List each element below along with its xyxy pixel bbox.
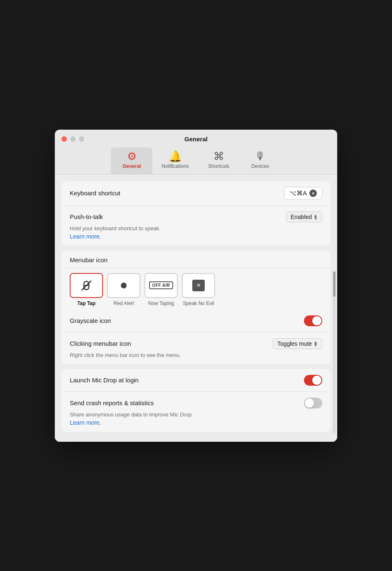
- push-to-talk-row: Push-to-talk Enabled ▲ ▼ Hold your keybo…: [61, 206, 331, 246]
- launch-card: Launch Mic Drop at login Send crash repo…: [61, 369, 331, 432]
- speak-no-evil-box[interactable]: ✕: [182, 273, 215, 298]
- shortcut-value: ⌥⌘A: [289, 190, 307, 197]
- red-alert-label: Red Alert: [113, 300, 134, 306]
- clicking-value: Toggles mute: [277, 340, 312, 347]
- launch-label: Launch Mic Drop at login: [70, 377, 139, 384]
- push-to-talk-learn-more[interactable]: Learn more.: [70, 233, 101, 240]
- keyboard-shortcut-label: Keyboard shortcut: [70, 190, 120, 197]
- tab-notifications-label: Notifications: [162, 163, 189, 169]
- clicking-arrows: ▲ ▼: [314, 341, 318, 347]
- tap-tap-label: Tap Tap: [77, 300, 96, 306]
- tab-shortcuts-label: Shortcuts: [208, 163, 229, 169]
- crash-reports-learn-more[interactable]: Learn more.: [70, 419, 101, 426]
- clicking-select[interactable]: Toggles mute ▲ ▼: [273, 338, 322, 349]
- speak-evil-icon: ✕: [192, 280, 205, 291]
- tab-bar: ⚙ General 🔔 Notifications ⌘ Shortcuts 🎙 …: [111, 148, 281, 174]
- off-air-badge: OFF AIR: [149, 281, 173, 289]
- keyboard-shortcut-row: Keyboard shortcut ⌥⌘A ×: [61, 181, 331, 206]
- launch-row: Launch Mic Drop at login: [61, 369, 331, 392]
- icon-options-row: Tap Tap Red Alert OFF AIR N: [61, 268, 331, 310]
- scrollbar-thumb: [333, 272, 336, 297]
- grayscale-toggle[interactable]: [304, 315, 322, 326]
- icon-option-tap-tap[interactable]: Tap Tap: [70, 273, 103, 306]
- tab-general[interactable]: ⚙ General: [111, 148, 152, 174]
- crash-reports-toggle[interactable]: [304, 398, 322, 409]
- launch-toggle[interactable]: [304, 375, 322, 386]
- push-to-talk-label: Push-to-talk: [70, 213, 103, 220]
- clicking-description: Right click the menu bar icon to see the…: [70, 352, 181, 358]
- gear-icon: ⚙: [127, 151, 137, 162]
- now-taping-label: Now Taping: [148, 300, 174, 306]
- window-title: General: [184, 135, 208, 143]
- grayscale-row: Grayscale icon: [61, 310, 331, 332]
- tab-devices-label: Devices: [251, 163, 269, 169]
- crash-reports-toggle-thumb: [305, 399, 314, 408]
- crash-reports-description: Share anonymous usage data to improve Mi…: [70, 411, 193, 418]
- menubar-card: Menubar icon Tap Tap: [61, 251, 331, 364]
- clicking-label: Clicking menubar icon: [70, 340, 131, 347]
- tap-tap-box[interactable]: [70, 273, 103, 298]
- crash-reports-label: Send crash reports & statistics: [70, 399, 154, 406]
- clicking-row: Clicking menubar icon Toggles mute ▲ ▼ R…: [61, 332, 331, 364]
- push-to-talk-select[interactable]: Enabled ▲ ▼: [286, 212, 322, 222]
- keyboard-card: Keyboard shortcut ⌥⌘A × Push-to-talk: [61, 181, 331, 246]
- tab-devices[interactable]: 🎙 Devices: [240, 148, 281, 174]
- push-to-talk-value: Enabled: [291, 214, 312, 220]
- shortcut-clear-button[interactable]: ×: [309, 190, 317, 197]
- menubar-section-title: Menubar icon: [61, 251, 331, 268]
- launch-toggle-thumb: [312, 376, 321, 385]
- main-content: Keyboard shortcut ⌥⌘A × Push-to-talk: [55, 175, 337, 442]
- tab-notifications[interactable]: 🔔 Notifications: [152, 148, 198, 174]
- icon-option-now-taping[interactable]: OFF AIR Now Taping: [145, 273, 178, 306]
- now-taping-box[interactable]: OFF AIR: [145, 273, 178, 298]
- minimize-button[interactable]: [70, 136, 76, 142]
- red-alert-box[interactable]: [107, 273, 140, 298]
- push-to-talk-arrows: ▲ ▼: [314, 214, 318, 220]
- icon-option-speak-no-evil[interactable]: ✕ Speak No Evil: [182, 273, 215, 306]
- close-button[interactable]: [61, 136, 67, 142]
- scrollbar-track[interactable]: [333, 270, 336, 433]
- crash-reports-row: Send crash reports & statistics Share an…: [61, 392, 331, 432]
- grayscale-label: Grayscale icon: [70, 317, 111, 324]
- push-to-talk-description: Hold your keyboard shortcut to speak.: [70, 225, 161, 231]
- maximize-button[interactable]: [79, 136, 84, 142]
- speak-no-evil-label: Speak No Evil: [183, 300, 214, 306]
- grayscale-toggle-thumb: [312, 316, 321, 325]
- bell-icon: 🔔: [169, 151, 182, 162]
- shortcut-badge[interactable]: ⌥⌘A ×: [284, 187, 322, 199]
- tab-shortcuts[interactable]: ⌘ Shortcuts: [198, 148, 240, 174]
- microphone-icon: 🎙: [255, 151, 266, 162]
- red-dot: [121, 283, 127, 288]
- command-icon: ⌘: [213, 151, 224, 162]
- tab-general-label: General: [122, 163, 141, 169]
- icon-option-red-alert[interactable]: Red Alert: [107, 273, 140, 306]
